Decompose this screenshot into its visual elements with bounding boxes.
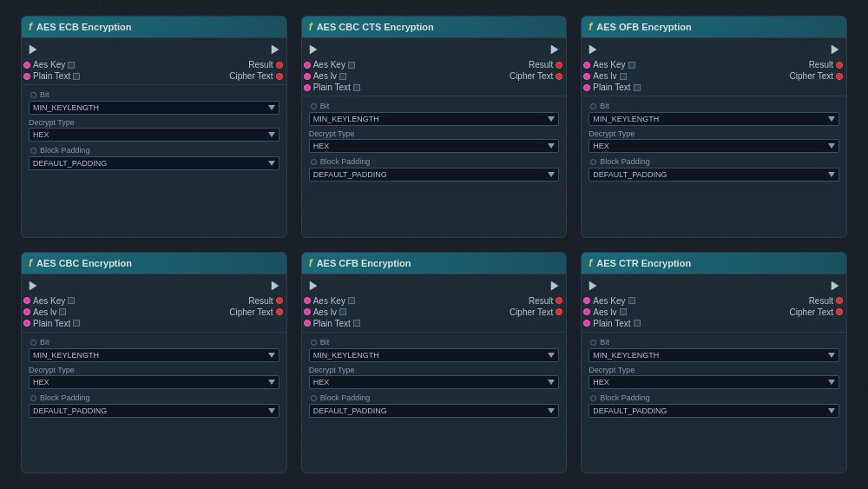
dropdown-block-padding[interactable]: DEFAULT_PADDING <box>309 404 560 418</box>
dropdown-decrypt-type[interactable]: HEX <box>589 375 839 389</box>
dropdown-decrypt-type[interactable]: HEX <box>309 375 560 389</box>
pin-right: Result <box>529 60 562 69</box>
dropdown-section: Decrypt TypeHEX <box>582 364 846 391</box>
connector-row: Block Padding <box>309 393 560 404</box>
pin-dot-pink <box>23 62 30 69</box>
pin-label-output: Cipher Text <box>790 71 833 81</box>
pin-row: Aes Key Result <box>582 295 846 307</box>
connector-row: Block Padding <box>29 393 279 404</box>
dropdown-bit[interactable]: MIN_KEYLENGTH <box>29 101 279 115</box>
pin-box <box>628 62 635 69</box>
dropdown-label: Bit <box>40 90 49 99</box>
node-body-aes-ecb: Aes Key Result Plain Text Cipher Text <box>22 38 286 237</box>
pin-dot-red <box>836 308 843 315</box>
divider <box>582 96 846 96</box>
pin-label-output: Result <box>529 296 553 306</box>
dropdown-label: Block Padding <box>600 393 650 402</box>
dropdown-decrypt-type[interactable]: HEX <box>29 375 279 389</box>
pin-label-input: Plain Text <box>313 83 351 92</box>
dropdown-decrypt-type[interactable]: HEX <box>309 139 560 153</box>
pin-dot-red <box>276 297 283 304</box>
dropdown-block-padding[interactable]: DEFAULT_PADDING <box>29 156 279 170</box>
pin-label-input: Aes Key <box>33 296 65 306</box>
dropdown-decrypt-type[interactable]: HEX <box>29 128 279 142</box>
exec-row <box>582 278 846 294</box>
connector-row: Block Padding <box>589 156 839 168</box>
dropdown-section: Bit MIN_KEYLENGTH <box>22 88 286 116</box>
dropdown-block-padding[interactable]: DEFAULT_PADDING <box>29 404 279 418</box>
pin-box <box>68 62 75 69</box>
exec-row <box>22 278 286 294</box>
pin-label-output: Cipher Text <box>510 307 553 317</box>
pin-label-output: Result <box>809 60 833 69</box>
pin-dot-pink <box>304 84 311 91</box>
left-connector-dot <box>590 395 596 401</box>
pin-box <box>339 308 346 315</box>
pin-label-output: Cipher Text <box>790 307 833 317</box>
dropdown-section: Block Padding DEFAULT_PADDING <box>302 391 567 420</box>
node-body-aes-ctr: Aes Key Result Aes lv Cipher Text <box>582 274 846 473</box>
dropdown-section: Bit MIN_KEYLENGTH <box>302 99 567 128</box>
pin-left: Aes Key <box>583 60 635 69</box>
func-icon: f <box>589 257 592 269</box>
exec-row <box>302 278 567 294</box>
exec-pin-in <box>309 43 318 56</box>
pin-label-input: Aes Key <box>313 60 345 69</box>
left-connector-dot <box>30 395 36 401</box>
dropdown-section: Bit MIN_KEYLENGTH <box>302 335 567 364</box>
pin-dot-red <box>836 297 843 304</box>
dropdown-decrypt-type[interactable]: HEX <box>589 139 839 153</box>
dropdown-bit[interactable]: MIN_KEYLENGTH <box>309 112 560 126</box>
dropdown-bit[interactable]: MIN_KEYLENGTH <box>589 348 839 362</box>
exec-pin-in <box>589 280 597 292</box>
pin-left: Aes Key <box>23 60 75 69</box>
node-header-aes-ctr: f AES CTR Encryption <box>582 253 846 274</box>
pin-dot-pink <box>304 308 311 315</box>
pin-dot-red <box>556 73 562 80</box>
connector-row: Block Padding <box>29 145 279 156</box>
dropdown-section: Decrypt TypeHEX <box>22 364 286 391</box>
pin-row: Plain Text <box>302 82 567 93</box>
exec-pin-out <box>831 43 839 56</box>
dropdown-bit[interactable]: MIN_KEYLENGTH <box>589 112 839 126</box>
pin-left: Plain Text <box>23 319 80 328</box>
pin-label-input: Aes Key <box>593 60 625 69</box>
pin-box <box>634 320 641 327</box>
pin-label-output: Cipher Text <box>229 307 273 317</box>
dropdown-block-padding[interactable]: DEFAULT_PADDING <box>589 404 839 418</box>
dropdown-block-padding[interactable]: DEFAULT_PADDING <box>309 168 560 182</box>
exec-row <box>302 42 567 57</box>
pin-dot-pink <box>23 320 30 327</box>
connector-row: Bit <box>29 89 279 101</box>
pin-dot-pink <box>583 84 590 91</box>
node-aes-ecb: f AES ECB Encryption Aes Key Result <box>21 16 287 238</box>
pin-box <box>73 320 80 327</box>
node-title: AES OFB Encryption <box>596 22 691 32</box>
pin-dot-pink <box>583 320 590 327</box>
dropdown-block-padding[interactable]: DEFAULT_PADDING <box>589 168 839 182</box>
node-title: AES CFB Encryption <box>317 258 411 268</box>
pin-label-input: Plain Text <box>313 319 351 328</box>
pin-left: Aes lv <box>583 307 626 317</box>
pin-box <box>73 73 80 80</box>
node-title: AES CBC Encryption <box>36 258 132 268</box>
pin-left: Plain Text <box>23 71 80 81</box>
exec-pin-in <box>29 280 37 292</box>
connector-row: Bit <box>309 101 560 112</box>
dropdown-bit[interactable]: MIN_KEYLENGTH <box>29 348 279 362</box>
pin-right: Cipher Text <box>510 307 562 317</box>
pin-box <box>353 84 360 91</box>
dropdown-bit[interactable]: MIN_KEYLENGTH <box>309 348 560 362</box>
pin-label-output: Result <box>248 296 273 306</box>
connector-row: Block Padding <box>589 393 839 404</box>
dropdown-label: Bit <box>320 102 330 110</box>
exec-row <box>582 42 846 57</box>
left-connector-dot <box>311 103 317 109</box>
dropdown-section: Block Padding DEFAULT_PADDING <box>22 143 286 172</box>
pin-row: Aes lv Cipher Text <box>302 307 567 318</box>
pin-label-input: Aes lv <box>313 71 337 81</box>
node-title: AES CBC CTS Encryption <box>317 22 434 32</box>
node-header-aes-cbc: f AES CBC Encryption <box>22 253 286 274</box>
pin-label-input: Plain Text <box>33 319 70 328</box>
pin-box <box>353 320 360 327</box>
